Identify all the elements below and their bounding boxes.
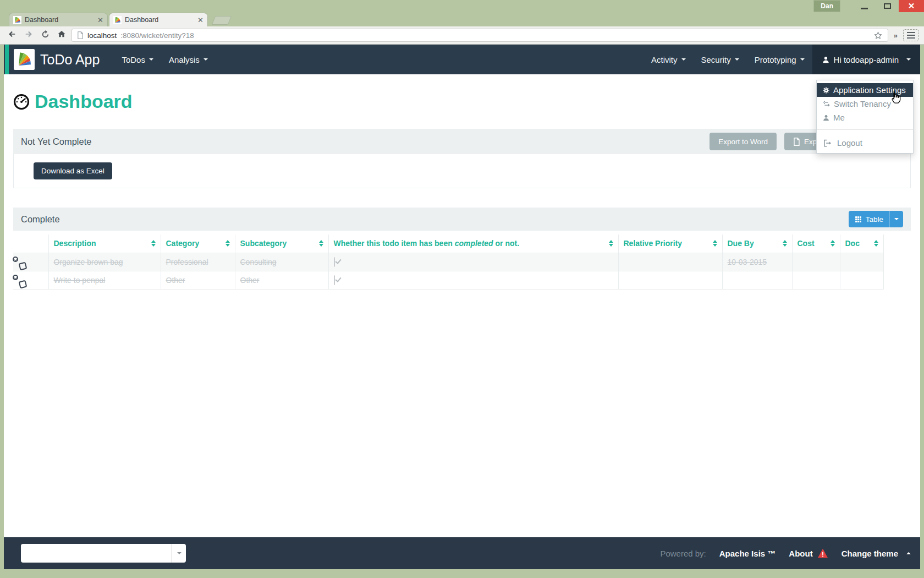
column-description[interactable]: Description [48, 235, 161, 253]
dashboard-gauge-icon [13, 94, 30, 110]
reload-button[interactable] [38, 30, 52, 41]
user-icon [822, 114, 830, 122]
home-button[interactable] [55, 30, 68, 41]
url-path: :8080/wicket/entity?18 [120, 31, 194, 40]
sort-icon[interactable] [783, 240, 787, 247]
cell-doc [840, 271, 883, 289]
chevron-down-icon [204, 58, 208, 61]
cell-due-by: 10-03-2015 [722, 253, 792, 271]
menu-todos[interactable]: ToDos [114, 45, 161, 74]
favicon [113, 16, 122, 24]
menu-divider [817, 129, 913, 130]
forward-button[interactable] [22, 30, 35, 41]
file-icon [793, 138, 800, 146]
browser-toolbar: localhost:8080/wicket/entity?18 » [0, 26, 924, 45]
footer-select[interactable] [21, 544, 186, 563]
column-completed[interactable]: Whether this todo item has been complete… [328, 235, 618, 253]
app-logo-icon [14, 49, 35, 70]
menu-security[interactable]: Security [694, 45, 747, 74]
table-grid-icon [855, 216, 862, 223]
maximize-button[interactable] [876, 0, 899, 12]
page-title: Dashboard [35, 91, 133, 112]
app-brand[interactable]: ToDo App [14, 45, 100, 74]
sort-icon[interactable] [609, 240, 613, 247]
completed-checkbox[interactable] [334, 275, 335, 285]
new-tab-button[interactable] [212, 16, 232, 25]
page-icon [77, 31, 84, 39]
app-viewport: ToDo App ToDos Analysis Activity Securit… [4, 45, 920, 569]
cell-description[interactable]: Organize brown bag [48, 253, 161, 271]
select-arrow-icon[interactable] [172, 544, 186, 563]
chevron-down-icon [681, 58, 686, 61]
apache-isis-link[interactable]: Apache Isis ™ [719, 549, 776, 558]
column-doc[interactable]: Doc [840, 235, 883, 253]
tab-strip: Dashboard ✕ Dashboard ✕ [0, 12, 924, 26]
table-header-row: Description Category Subcategory Whether… [13, 235, 883, 253]
column-cost[interactable]: Cost [792, 235, 840, 253]
exchange-icon [822, 100, 831, 107]
chevron-down-icon [149, 58, 153, 61]
powered-by-label: Powered by: [660, 549, 706, 558]
about-link[interactable]: About [789, 548, 828, 558]
user-menu-button[interactable]: Hi todoapp-admin [812, 45, 920, 74]
theme-accent-strip [5, 45, 9, 74]
cell-description[interactable]: Write to penpal [48, 271, 161, 289]
completed-checkbox[interactable] [334, 257, 335, 267]
export-to-word-button[interactable]: Export to Word [710, 133, 777, 150]
close-button[interactable]: ✕ [899, 0, 924, 12]
maximize-icon [884, 3, 891, 9]
tab-dashboard-2[interactable]: Dashboard ✕ [109, 13, 208, 26]
bookmark-star-icon[interactable] [873, 31, 883, 40]
sort-icon[interactable] [874, 240, 878, 247]
column-category[interactable]: Category [161, 235, 235, 253]
table-view-button[interactable]: Table [849, 211, 889, 227]
cell-category: Professional [161, 253, 235, 271]
chrome-profile-badge[interactable]: Dan [813, 0, 840, 12]
view-selector: Table [849, 211, 903, 227]
column-relative-priority[interactable]: Relative Priority [618, 235, 722, 253]
chrome-menu-button[interactable] [903, 29, 919, 41]
sort-icon[interactable] [713, 240, 717, 247]
menu-activity[interactable]: Activity [644, 45, 694, 74]
url-host: localhost [87, 31, 117, 40]
sort-icon[interactable] [151, 240, 156, 247]
column-subcategory[interactable]: Subcategory [235, 235, 328, 253]
menu-item-me[interactable]: Me [817, 111, 913, 124]
page-content: Dashboard Not Yet Complete Export to Wor… [4, 74, 920, 537]
close-icon: ✕ [908, 1, 915, 11]
sort-icon[interactable] [831, 240, 835, 247]
view-selector-caret-button[interactable] [889, 211, 903, 227]
app-navbar: ToDo App ToDos Analysis Activity Securit… [4, 45, 920, 74]
chevron-down-icon [894, 218, 899, 220]
sort-icon[interactable] [226, 240, 230, 247]
logout-icon [823, 139, 832, 147]
browser-window: Dan ✕ Dashboard ✕ Dashboard ✕ [0, 0, 924, 578]
download-as-excel-button[interactable]: Download as Excel [34, 162, 112, 179]
tab-dashboard-1[interactable]: Dashboard ✕ [9, 13, 108, 26]
gear-icon [822, 86, 830, 94]
sort-icon[interactable] [319, 240, 323, 247]
cell-due-by [722, 271, 792, 289]
favicon [13, 16, 21, 24]
cell-subcategory: Other [235, 271, 328, 289]
cell-cost [792, 271, 840, 289]
panel-title: Complete [21, 214, 60, 225]
chevron-down-icon [800, 58, 805, 61]
menu-analysis[interactable]: Analysis [161, 45, 216, 74]
cell-relative-priority [618, 253, 722, 271]
url-bar[interactable]: localhost:8080/wicket/entity?18 [72, 29, 888, 42]
back-button[interactable] [6, 30, 19, 41]
chevron-down-icon [906, 58, 911, 61]
tab-close-icon[interactable]: ✕ [197, 16, 204, 24]
change-theme-button[interactable]: Change theme [842, 549, 911, 558]
cell-doc [840, 253, 883, 271]
tab-close-icon[interactable]: ✕ [97, 16, 103, 24]
toolbar-overflow-icon[interactable]: » [892, 31, 900, 40]
column-due-by[interactable]: Due By [722, 235, 792, 253]
chevron-down-icon [735, 58, 739, 61]
menu-prototyping[interactable]: Prototyping [747, 45, 812, 74]
minimize-button[interactable] [853, 0, 876, 12]
column-icon [13, 235, 48, 253]
menu-item-logout[interactable]: Logout [817, 135, 913, 150]
panel-title: Not Yet Complete [21, 137, 91, 147]
